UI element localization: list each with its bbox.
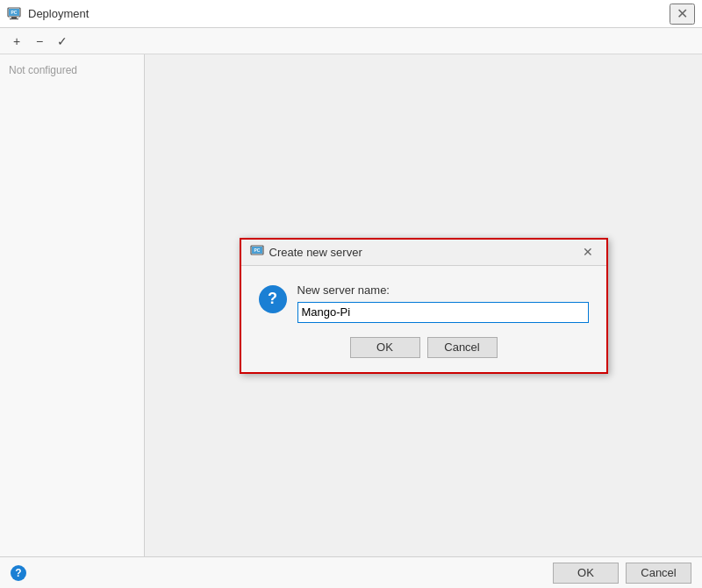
- dialog-close-button[interactable]: ✕: [578, 245, 598, 259]
- not-configured-label: Not configured: [7, 61, 79, 80]
- dialog-row: ? New server name:: [259, 283, 589, 323]
- svg-rect-2: [10, 18, 18, 19]
- bottom-cancel-button[interactable]: Cancel: [626, 563, 691, 584]
- dialog-title-text: Create new server: [269, 246, 362, 259]
- right-panel: PC Create new server ✕ ? New server name…: [145, 54, 702, 556]
- help-icon[interactable]: ?: [11, 565, 26, 581]
- app-icon: PC: [7, 7, 21, 21]
- bottom-buttons: OK Cancel: [553, 563, 691, 584]
- dialog-app-icon: PC: [250, 245, 264, 259]
- check-button[interactable]: ✓: [53, 32, 72, 51]
- bottom-ok-button[interactable]: OK: [553, 563, 619, 584]
- sidebar: Not configured: [0, 54, 145, 556]
- bottom-bar: ? OK Cancel: [0, 556, 702, 588]
- add-button[interactable]: +: [7, 32, 26, 51]
- server-name-label: New server name:: [297, 283, 589, 297]
- dialog-ok-button[interactable]: OK: [350, 337, 420, 358]
- main-content: Not configured PC Create new server: [0, 54, 702, 556]
- window-close-button[interactable]: ✕: [670, 4, 695, 25]
- window-title: Deployment: [28, 7, 89, 20]
- svg-text:PC: PC: [254, 247, 260, 253]
- dialog-form: New server name:: [297, 283, 589, 323]
- dialog-title-bar: PC Create new server ✕: [241, 240, 606, 266]
- title-bar: PC Deployment ✕: [0, 0, 702, 28]
- svg-text:PC: PC: [11, 10, 18, 15]
- dialog-title-left: PC Create new server: [250, 245, 362, 259]
- dialog-cancel-button[interactable]: Cancel: [427, 337, 498, 358]
- dialog-body: ? New server name: OK Cancel: [241, 266, 606, 372]
- toolbar: + − ✓: [0, 28, 702, 54]
- server-name-input[interactable]: [297, 302, 589, 323]
- question-icon: ?: [259, 285, 287, 313]
- title-bar-left: PC Deployment: [7, 7, 89, 21]
- svg-rect-1: [11, 17, 17, 18]
- dialog-buttons: OK Cancel: [259, 337, 589, 358]
- create-server-dialog: PC Create new server ✕ ? New server name…: [240, 238, 608, 374]
- remove-button[interactable]: −: [30, 32, 49, 51]
- dialog-overlay: PC Create new server ✕ ? New server name…: [145, 54, 702, 556]
